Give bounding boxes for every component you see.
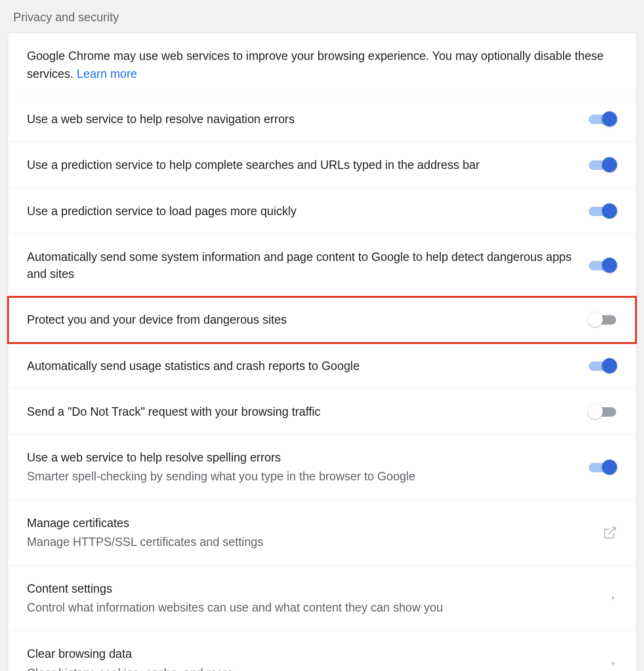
setting-row: Protect you and your device from dangero… [8, 297, 636, 343]
row-labels: Protect you and your device from dangero… [27, 311, 588, 328]
row-title: Manage certificates [27, 514, 589, 531]
row-title: Send a "Do Not Track" request with your … [27, 403, 574, 420]
row-labels: Clear browsing dataClear history, cookie… [27, 645, 610, 671]
privacy-card: Google Chrome may use web services to im… [8, 33, 636, 671]
row-labels: Use a web service to help resolve spelli… [27, 449, 588, 486]
setting-row[interactable]: Clear browsing dataClear history, cookie… [8, 631, 636, 671]
toggle-switch[interactable] [588, 202, 617, 219]
row-labels: Manage certificatesManage HTTPS/SSL cert… [27, 514, 603, 551]
row-labels: Automatically send some system informati… [27, 248, 588, 283]
row-labels: Use a web service to help resolve naviga… [27, 110, 588, 127]
row-labels: Automatically send usage statistics and … [27, 357, 588, 374]
svg-line-0 [609, 527, 616, 534]
row-title: Clear browsing data [27, 645, 595, 662]
setting-row: Send a "Do Not Track" request with your … [8, 389, 636, 435]
setting-row: Automatically send usage statistics and … [8, 343, 636, 389]
settings-page: Privacy and security Google Chrome may u… [0, 0, 644, 671]
external-link-icon [603, 526, 617, 540]
toggle-thumb [602, 460, 617, 475]
toggle-switch[interactable] [588, 459, 617, 476]
setting-row[interactable]: Manage certificatesManage HTTPS/SSL cert… [8, 500, 636, 566]
learn-more-link[interactable]: Learn more [77, 67, 137, 80]
row-title: Automatically send some system informati… [27, 248, 574, 283]
toggle-thumb [588, 312, 603, 327]
row-subtitle: Smarter spell-checking by sending what y… [27, 468, 574, 486]
setting-row: Automatically send some system informati… [8, 234, 636, 297]
setting-row: Use a web service to help resolve naviga… [8, 96, 636, 142]
toggle-thumb [602, 111, 617, 126]
row-labels: Send a "Do Not Track" request with your … [27, 403, 588, 420]
row-subtitle: Manage HTTPS/SSL certificates and settin… [27, 533, 589, 551]
toggle-switch[interactable] [588, 357, 617, 374]
row-labels: Use a prediction service to load pages m… [27, 202, 588, 219]
toggle-switch[interactable] [588, 110, 617, 127]
setting-row[interactable]: Content settingsControl what information… [8, 566, 636, 631]
intro-text: Google Chrome may use web services to im… [8, 33, 636, 96]
row-labels: Use a prediction service to help complet… [27, 156, 588, 173]
toggle-switch[interactable] [588, 403, 617, 420]
toggle-thumb [602, 258, 617, 273]
section-title: Privacy and security [0, 0, 644, 33]
toggle-switch[interactable] [588, 257, 617, 274]
setting-row: Use a prediction service to help complet… [8, 142, 636, 188]
setting-row: Use a web service to help resolve spelli… [8, 435, 636, 500]
toggle-thumb [602, 358, 617, 373]
row-subtitle: Control what information websites can us… [27, 599, 595, 617]
settings-rows: Use a web service to help resolve naviga… [8, 96, 636, 671]
row-title: Use a web service to help resolve naviga… [27, 110, 574, 127]
chevron-right-icon [610, 660, 617, 667]
row-title: Protect you and your device from dangero… [27, 311, 574, 328]
row-labels: Content settingsControl what information… [27, 580, 610, 617]
toggle-switch[interactable] [588, 311, 617, 328]
toggle-thumb [602, 203, 617, 218]
toggle-switch[interactable] [588, 156, 617, 173]
toggle-thumb [588, 404, 603, 419]
row-title: Use a prediction service to help complet… [27, 156, 574, 173]
setting-row: Use a prediction service to load pages m… [8, 188, 636, 234]
row-subtitle: Clear history, cookies, cache, and more [27, 664, 595, 671]
row-title: Content settings [27, 580, 595, 597]
toggle-thumb [602, 157, 617, 172]
row-title: Use a prediction service to load pages m… [27, 202, 574, 219]
chevron-right-icon [610, 594, 617, 602]
row-title: Automatically send usage statistics and … [27, 357, 574, 374]
row-title: Use a web service to help resolve spelli… [27, 449, 574, 466]
